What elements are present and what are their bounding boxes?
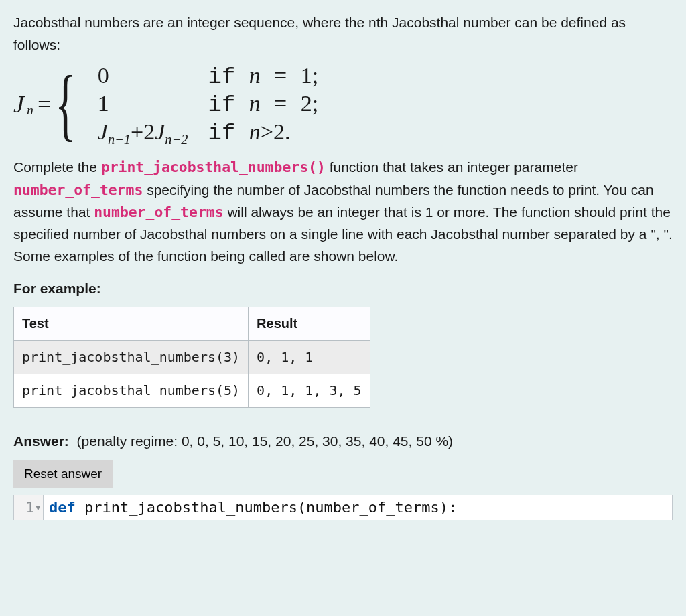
- example-table: Test Result print_jacobsthal_numbers(3) …: [13, 307, 370, 408]
- case-2-cond: if n = 2;: [208, 90, 318, 119]
- formula-subscript: n: [27, 102, 33, 118]
- fold-icon[interactable]: ▼: [36, 504, 40, 514]
- brace-icon: {: [55, 70, 76, 139]
- line-gutter: 1 ▼: [14, 495, 44, 520]
- answer-label: Answer:: [13, 433, 69, 449]
- result-cell: 0, 1, 1: [249, 340, 370, 374]
- answer-line: Answer: (penalty regime: 0, 0, 5, 10, 15…: [13, 431, 673, 453]
- table-row: print_jacobsthal_numbers(5) 0, 1, 1, 3, …: [14, 374, 370, 407]
- reset-answer-button[interactable]: Reset answer: [13, 460, 113, 488]
- case-2-value: 1: [98, 90, 188, 119]
- description: Complete the print_jacobsthal_numbers() …: [13, 156, 673, 267]
- code-line[interactable]: def print_jacobsthal_numbers(number_of_t…: [44, 495, 462, 520]
- intro-text: Jacobsthal numbers are an integer sequen…: [13, 12, 673, 56]
- table-header-test: Test: [14, 307, 249, 340]
- case-1-value: 0: [98, 62, 188, 90]
- param-name: number_of_terms: [13, 181, 143, 198]
- case-1-cond: if n = 1;: [208, 62, 318, 90]
- for-example-label: For example:: [13, 278, 673, 300]
- formula-symbol: J: [13, 91, 24, 119]
- case-3-cond: if n>2.: [208, 119, 318, 147]
- code-editor[interactable]: 1 ▼ def print_jacobsthal_numbers(number_…: [13, 495, 673, 520]
- formula: J n = { 0 if n = 1; 1 if n = 2; Jn−1+2Jn…: [13, 62, 673, 147]
- table-header-result: Result: [249, 307, 370, 340]
- line-number: 1: [25, 497, 34, 518]
- result-cell: 0, 1, 1, 3, 5: [249, 374, 370, 407]
- test-cell: print_jacobsthal_numbers(5): [14, 374, 249, 407]
- penalty-text: (penalty regime: 0, 0, 5, 10, 15, 20, 25…: [77, 433, 454, 449]
- case-3-value: Jn−1+2Jn−2: [98, 119, 188, 147]
- formula-eq: =: [38, 91, 51, 119]
- function-name: print_jacobsthal_numbers(): [101, 159, 326, 175]
- param-name-2: number_of_terms: [94, 204, 223, 220]
- formula-cases: 0 if n = 1; 1 if n = 2; Jn−1+2Jn−2 if n>…: [98, 62, 318, 147]
- table-row: print_jacobsthal_numbers(3) 0, 1, 1: [14, 340, 370, 374]
- test-cell: print_jacobsthal_numbers(3): [14, 340, 249, 374]
